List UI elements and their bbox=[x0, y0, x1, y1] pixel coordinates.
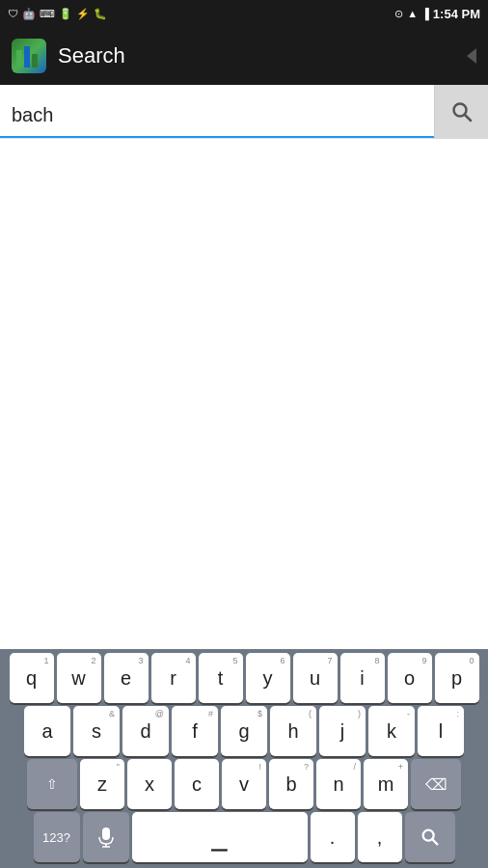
keyboard-row-2: a &s @d #f $g (h )j -k :l bbox=[2, 706, 486, 756]
space-key[interactable]: ⎯ bbox=[132, 812, 308, 862]
num-key[interactable]: 123? bbox=[34, 812, 80, 862]
status-bar-right: ⊙ ▲ ▐ 1:54 PM bbox=[394, 7, 480, 21]
app-icon bbox=[12, 39, 46, 73]
key-v[interactable]: !v bbox=[222, 759, 266, 809]
key-s[interactable]: &s bbox=[73, 706, 120, 756]
android-icon: 🤖 bbox=[22, 8, 36, 20]
svg-line-9 bbox=[432, 839, 437, 844]
key-n[interactable]: /n bbox=[316, 759, 361, 809]
time-display: 1:54 PM bbox=[433, 7, 480, 21]
keyboard-search-icon bbox=[420, 827, 441, 848]
key-a[interactable]: a bbox=[24, 706, 70, 756]
key-g[interactable]: $g bbox=[221, 706, 267, 756]
back-arrow-icon[interactable] bbox=[467, 48, 476, 64]
key-j[interactable]: )j bbox=[319, 706, 366, 756]
backspace-key[interactable]: ⌫ bbox=[411, 759, 461, 809]
svg-rect-5 bbox=[102, 827, 110, 840]
clock-icon: ⊙ bbox=[394, 8, 403, 20]
status-bar-left-icons: 🛡 🤖 ⌨ 🔋 ⚡ 🐛 bbox=[8, 8, 107, 20]
search-icon bbox=[450, 100, 474, 123]
period-key[interactable]: . bbox=[311, 812, 355, 862]
svg-rect-1 bbox=[24, 46, 30, 68]
bug-icon: 🐛 bbox=[94, 8, 107, 20]
comma-key[interactable]: , bbox=[358, 812, 402, 862]
keyboard-row-3: ⇧ "z x c !v ?b /n +m ⌫ bbox=[2, 759, 486, 809]
key-z[interactable]: "z bbox=[80, 759, 124, 809]
key-i[interactable]: 8i bbox=[340, 653, 385, 703]
app-bar: Search bbox=[0, 27, 488, 85]
key-c[interactable]: c bbox=[175, 759, 219, 809]
key-f[interactable]: #f bbox=[172, 706, 218, 756]
battery-icon: 🔋 bbox=[59, 8, 72, 20]
keyboard-row-1: 1q 2w 3e 4r 5t 6y 7u 8i 9o 0p bbox=[2, 653, 486, 703]
signal-icon: ▐ bbox=[421, 8, 429, 19]
content-area bbox=[0, 139, 488, 523]
key-h[interactable]: (h bbox=[270, 706, 316, 756]
svg-rect-2 bbox=[32, 54, 38, 68]
key-e[interactable]: 3e bbox=[104, 653, 149, 703]
key-o[interactable]: 9o bbox=[388, 653, 432, 703]
search-area bbox=[0, 85, 488, 139]
shift-key[interactable]: ⇧ bbox=[27, 759, 77, 809]
shield-icon: 🛡 bbox=[8, 8, 18, 19]
key-q[interactable]: 1q bbox=[10, 653, 54, 703]
key-l[interactable]: :l bbox=[418, 706, 464, 756]
key-x[interactable]: x bbox=[127, 759, 172, 809]
key-r[interactable]: 4r bbox=[151, 653, 196, 703]
svg-rect-0 bbox=[16, 50, 22, 68]
usb-icon: ⚡ bbox=[76, 8, 90, 20]
key-u[interactable]: 7u bbox=[293, 653, 338, 703]
app-title: Search bbox=[58, 43, 125, 68]
status-bar: 🛡 🤖 ⌨ 🔋 ⚡ 🐛 ⊙ ▲ ▐ 1:54 PM bbox=[0, 0, 488, 27]
key-t[interactable]: 5t bbox=[199, 653, 243, 703]
key-b[interactable]: ?b bbox=[269, 759, 313, 809]
svg-line-4 bbox=[465, 115, 471, 121]
keyboard: 1q 2w 3e 4r 5t 6y 7u 8i 9o 0p a &s @d #f… bbox=[0, 649, 488, 868]
keyboard-search-key[interactable] bbox=[405, 812, 455, 862]
key-y[interactable]: 6y bbox=[246, 653, 290, 703]
mic-key[interactable] bbox=[83, 812, 129, 862]
mic-icon bbox=[97, 827, 115, 848]
key-m[interactable]: +m bbox=[364, 759, 408, 809]
wifi-icon: ▲ bbox=[407, 8, 418, 19]
search-button[interactable] bbox=[434, 85, 488, 139]
keyboard-row-4: 123? ⎯ . , bbox=[2, 812, 486, 862]
search-input[interactable] bbox=[12, 97, 426, 132]
keyboard-icon: ⌨ bbox=[40, 8, 55, 20]
key-p[interactable]: 0p bbox=[435, 653, 479, 703]
key-k[interactable]: -k bbox=[368, 706, 415, 756]
key-d[interactable]: @d bbox=[122, 706, 169, 756]
key-w[interactable]: 2w bbox=[57, 653, 101, 703]
search-input-wrapper bbox=[0, 85, 434, 138]
